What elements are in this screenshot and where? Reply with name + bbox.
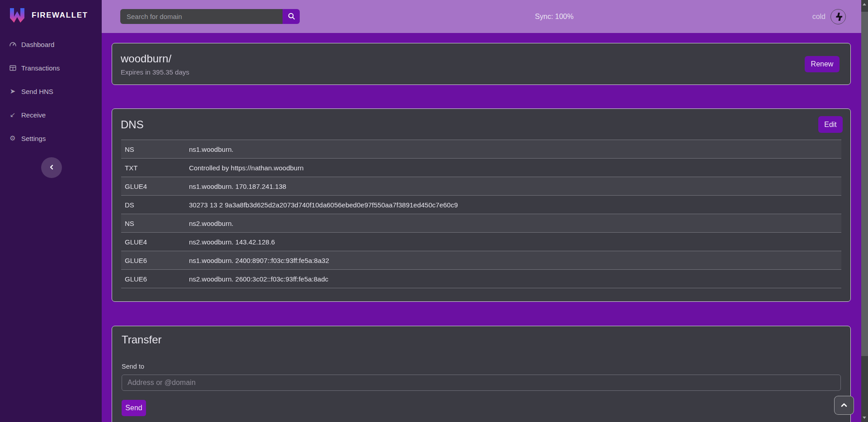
dns-record-type: DS [121,196,185,214]
sync-status: Sync: 100% [535,0,573,33]
dns-record-row: NS ns1.woodburn. [121,140,841,159]
wallet-name: cold [812,13,826,21]
dns-record-row: GLUE4 ns1.woodburn. 170.187.241.138 [121,177,841,196]
dns-title: DNS [121,118,144,131]
sidebar-item-send-hns[interactable]: ➤ Send HNS [0,87,102,96]
domain-card: woodburn/ Expires in 395.35 days Renew [112,43,851,85]
search-input[interactable] [120,9,283,24]
send-transfer-button[interactable]: Send [122,400,146,416]
dashboard-gauge-icon [8,40,17,49]
dns-record-type: GLUE4 [121,233,185,251]
magnifier-icon [288,12,295,21]
transfer-address-input[interactable] [122,375,841,391]
dns-records-table: NS ns1.woodburn. TXT Controlled by https… [121,140,841,288]
dns-record-row: NS ns2.woodburn. [121,214,841,233]
sidebar-item-label: Send HNS [21,88,53,95]
send-to-label: Send to [122,363,841,370]
search-button[interactable] [283,9,300,24]
main-content: woodburn/ Expires in 395.35 days Renew D… [102,33,862,422]
dns-record-type: NS [121,214,185,233]
sidebar-item-receive[interactable]: ↙ Receive [0,110,102,119]
receive-arrow-icon: ↙ [8,110,17,119]
dns-record-value: 30273 13 2 9a3a8fb3d625d2a2073d740f10da6… [185,196,841,214]
dns-record-value: ns2.woodburn. [185,214,841,233]
transfer-title: Transfer [122,333,841,346]
brand-name: FIREWALLET [32,11,88,20]
sidebar-item-label: Transactions [21,64,60,72]
topbar: Sync: 100% cold [102,0,868,33]
domain-info: woodburn/ Expires in 395.35 days [121,52,189,76]
dns-record-type: TXT [121,159,185,177]
domain-search [120,9,300,24]
wallet-selector[interactable]: cold [812,0,846,33]
scrollbar[interactable] [861,0,868,422]
transactions-table-icon [8,63,17,72]
dns-record-type: GLUE6 [121,270,185,288]
dns-record-value: ns1.woodburn. 2400:8907::f03c:93ff:fe5a:… [185,251,841,270]
sidebar-nav: Dashboard Transactions ➤ Send HNS ↙ Rece… [0,40,102,143]
dns-record-type: NS [121,140,185,159]
scrollbar-thumb[interactable] [861,12,868,356]
dns-record-value: ns1.woodburn. 170.187.241.138 [185,177,841,196]
edit-dns-button[interactable]: Edit [818,116,843,133]
handshake-logo-icon [830,9,846,24]
sidebar: FIREWALLET Dashboard Transactions ➤ Send… [0,0,102,422]
dns-record-row: GLUE6 ns1.woodburn. 2400:8907::f03c:93ff… [121,251,841,270]
sidebar-item-label: Dashboard [21,41,54,48]
dns-record-type: GLUE4 [121,177,185,196]
sidebar-collapse-button[interactable] [41,157,62,178]
sidebar-item-label: Receive [21,111,46,119]
sidebar-item-dashboard[interactable]: Dashboard [0,40,102,49]
settings-gear-icon: ⚙ [8,134,17,143]
chevron-up-icon [840,402,848,409]
send-arrow-icon: ➤ [8,87,17,96]
scrollbar-down-arrow-icon[interactable] [863,417,866,419]
scrollbar-up-arrow-icon[interactable] [863,3,866,5]
domain-title: woodburn/ [121,52,189,65]
dns-card: DNS Edit NS ns1.woodburn. TXT Controlled… [112,108,851,302]
dns-record-row: GLUE6 ns2.woodburn. 2600:3c02::f03c:93ff… [121,270,841,288]
sidebar-item-transactions[interactable]: Transactions [0,63,102,72]
dns-card-header: DNS Edit [112,109,850,140]
domain-expiry: Expires in 395.35 days [121,68,189,76]
dns-record-type: GLUE6 [121,251,185,270]
firewallet-logo-icon [8,5,26,25]
dns-record-value: ns1.woodburn. [185,140,841,159]
dns-record-row: TXT Controlled by https://nathan.woodbur… [121,159,841,177]
sidebar-item-settings[interactable]: ⚙ Settings [0,134,102,143]
chevron-left-icon [49,164,54,171]
dns-record-row: GLUE4 ns2.woodburn. 143.42.128.6 [121,233,841,251]
dns-record-value: ns2.woodburn. 2600:3c02::f03c:93ff:fe5a:… [185,270,841,288]
transfer-card: Transfer Send to Send [112,326,851,422]
sidebar-item-label: Settings [21,135,46,142]
brand[interactable]: FIREWALLET [8,5,88,25]
dns-record-row: DS 30273 13 2 9a3a8fb3d625d2a2073d740f10… [121,196,841,214]
dns-record-value: ns2.woodburn. 143.42.128.6 [185,233,841,251]
renew-button[interactable]: Renew [805,56,840,72]
dns-record-value: Controlled by https://nathan.woodburn [185,159,841,177]
scroll-to-top-button[interactable] [834,396,854,415]
